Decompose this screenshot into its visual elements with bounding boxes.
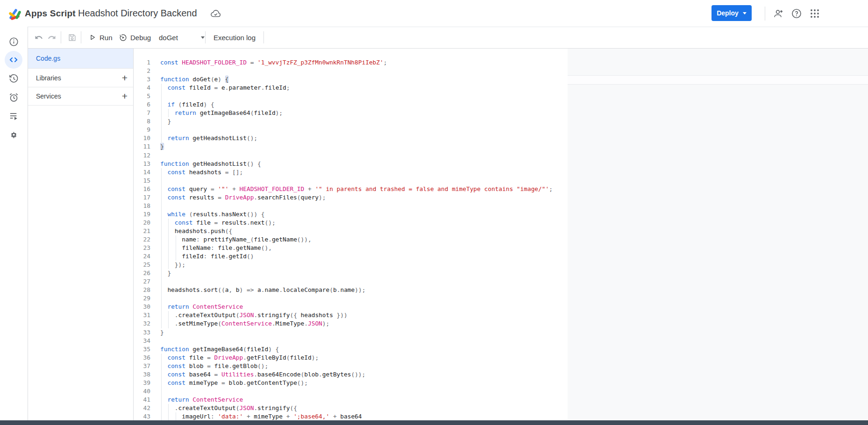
- code-line: 34: [133, 337, 868, 345]
- share-add-person-icon[interactable]: [772, 7, 784, 20]
- indent-guide: [168, 244, 169, 252]
- code-line: 14 const headshots = [];: [133, 168, 868, 177]
- line-number: 27: [133, 277, 150, 286]
- indent-guide: [161, 177, 162, 185]
- code-text: }: [160, 142, 164, 151]
- indent-guide: [161, 92, 162, 100]
- code-text: const HEADSHOT_FOLDER_ID = '1_wvvjTzFZ_p…: [160, 58, 387, 67]
- line-number: 15: [133, 177, 150, 185]
- services-section[interactable]: Services +: [28, 87, 133, 106]
- code-line: 26 }: [133, 269, 868, 277]
- code-line: 19 while (results.hasNext()) {: [133, 210, 868, 219]
- deploy-caret-icon: [743, 12, 747, 14]
- indent-guide: [161, 168, 162, 177]
- file-item-code-gs[interactable]: Code.gs: [28, 49, 133, 69]
- code-line: 4 const fileId = e.parameter.fileId;: [133, 84, 868, 92]
- add-service-icon[interactable]: +: [122, 91, 128, 101]
- run-label: Run: [100, 34, 113, 42]
- triggers-alarm-icon[interactable]: [5, 88, 22, 106]
- indent-guide: [161, 387, 162, 396]
- apps-script-logo-icon: [7, 6, 22, 21]
- line-number: 12: [133, 151, 150, 160]
- code-text: });: [160, 261, 185, 269]
- overview-info-icon[interactable]: [5, 33, 22, 50]
- deploy-button[interactable]: Deploy: [711, 5, 752, 21]
- editor-code-icon[interactable]: [5, 51, 22, 69]
- file-name: Code.gs: [36, 55, 60, 62]
- code-text: const file = DriveApp.getFileById(fileId…: [160, 354, 319, 362]
- indent-guide: [161, 354, 162, 362]
- code-line: 11}: [133, 142, 868, 151]
- line-number: 29: [133, 294, 150, 303]
- indent-guide: [161, 303, 162, 311]
- line-number: 9: [133, 126, 150, 134]
- code-line: 2: [133, 67, 868, 75]
- code-line: 1const HEADSHOT_FOLDER_ID = '1_wvvjTzFZ_…: [133, 58, 868, 67]
- add-library-icon[interactable]: +: [122, 73, 128, 83]
- code-editor[interactable]: 1const HEADSHOT_FOLDER_ID = '1_wvvjTzFZ_…: [133, 48, 868, 425]
- execution-log-button[interactable]: Execution log: [213, 27, 256, 48]
- line-number: 18: [133, 202, 150, 210]
- code-text: function getImageBase64(fileId) {: [160, 345, 279, 354]
- indent-guide: [176, 235, 176, 244]
- code-text: const query = '"' + HEADSHOT_FOLDER_ID +…: [160, 185, 553, 193]
- line-number: 23: [133, 244, 150, 252]
- line-number: 31: [133, 311, 150, 319]
- line-number: 6: [133, 100, 150, 109]
- debug-button[interactable]: Debug: [119, 27, 151, 48]
- code-text: const headshots = [];: [160, 168, 243, 177]
- executions-icon[interactable]: [5, 107, 22, 125]
- google-apps-grid-icon[interactable]: [809, 7, 821, 20]
- code-text: return getHeadshotList();: [160, 134, 257, 142]
- code-text: const blob = file.getBlob();: [160, 362, 268, 370]
- line-number: 40: [133, 387, 150, 396]
- undo-icon[interactable]: [32, 27, 45, 48]
- indent-guide: [161, 319, 162, 328]
- code-line: 29: [133, 294, 868, 303]
- settings-gear-icon[interactable]: [5, 126, 22, 143]
- code-line: 6 if (fileId) {: [133, 100, 868, 109]
- redo-icon[interactable]: [45, 27, 58, 48]
- code-line: 24 fileId: file.getId(): [133, 252, 868, 261]
- code-line: 33}: [133, 328, 868, 337]
- function-selector[interactable]: doGet: [159, 27, 205, 48]
- help-icon[interactable]: [790, 7, 803, 20]
- indent-guide: [161, 100, 162, 109]
- libraries-section[interactable]: Libraries +: [28, 69, 133, 87]
- code-text: }: [160, 328, 164, 337]
- indent-guide: [161, 379, 162, 387]
- code-text: return getImageBase64(fileId);: [160, 109, 283, 117]
- indent-guide: [161, 84, 162, 92]
- code-text: headshots.push({: [160, 227, 232, 235]
- deploy-label: Deploy: [717, 9, 739, 17]
- indent-guide: [176, 412, 176, 421]
- services-label: Services: [36, 92, 61, 100]
- code-line: 28 headshots.sort((a, b) => a.name.local…: [133, 286, 868, 294]
- line-number: 24: [133, 252, 150, 261]
- indent-guide: [161, 126, 162, 134]
- indent-guide: [168, 109, 169, 117]
- indent-guide: [168, 227, 169, 235]
- line-number: 43: [133, 412, 150, 421]
- indent-guide: [161, 109, 162, 117]
- code-text: if (fileId) {: [160, 100, 214, 109]
- app-header: Apps Script Headshot Directory Backend D…: [0, 0, 868, 27]
- toolbar-divider: [81, 31, 81, 43]
- code-text: fileId: file.getId(): [160, 252, 254, 261]
- indent-guide: [161, 227, 162, 235]
- project-history-icon[interactable]: [5, 70, 22, 87]
- code-line: 31 .createTextOutput(JSON.stringify({ he…: [133, 311, 868, 319]
- indent-guide: [168, 235, 169, 244]
- run-button[interactable]: Run: [89, 27, 113, 48]
- line-number: 37: [133, 362, 150, 370]
- code-line: 38 const base64 = Utilities.base64Encode…: [133, 370, 868, 379]
- indent-guide: [161, 117, 162, 126]
- indent-guide: [161, 404, 162, 412]
- code-line: 13function getHeadshotList() {: [133, 160, 868, 168]
- code-line: 17 const results = DriveApp.searchFiles(…: [133, 193, 868, 202]
- toolbar-divider: [205, 31, 206, 43]
- project-title[interactable]: Headshot Directory Backend: [78, 0, 197, 27]
- code-line: 8 }: [133, 117, 868, 126]
- code-line: 18: [133, 202, 868, 210]
- save-icon[interactable]: [65, 27, 79, 48]
